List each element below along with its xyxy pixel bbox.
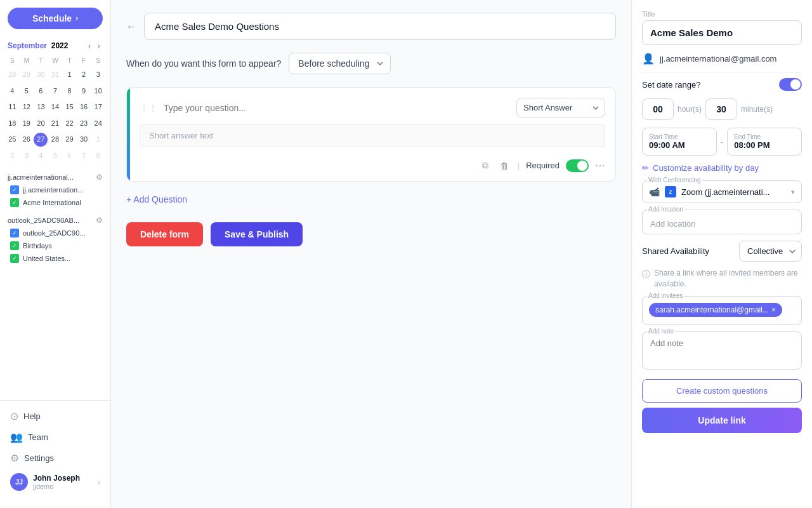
form-title-input[interactable] xyxy=(144,13,616,40)
cal-day[interactable]: 21 xyxy=(48,116,63,132)
cal-day[interactable]: 8 xyxy=(62,83,77,100)
customize-availability-link[interactable]: ✏ Customize availability by day xyxy=(642,163,802,173)
cal-day[interactable]: 30 xyxy=(34,67,48,83)
cal-day[interactable]: 1 xyxy=(62,67,77,83)
cal-day[interactable]: 30 xyxy=(77,131,91,148)
add-question-button[interactable]: + Add Question xyxy=(126,192,187,207)
required-toggle[interactable] xyxy=(566,159,589,172)
team-nav-item[interactable]: 👥 Team xyxy=(5,427,105,448)
cal-day[interactable]: 13 xyxy=(34,99,48,116)
calendar-prev-button[interactable]: ‹ xyxy=(86,39,94,52)
delete-form-button[interactable]: Delete form xyxy=(126,222,203,246)
user-chevron-icon: › xyxy=(98,478,100,486)
calendar-next-button[interactable]: › xyxy=(95,39,103,52)
rp-title-label: Title xyxy=(642,10,802,18)
cal-day[interactable]: 6 xyxy=(34,83,48,100)
cal-day-today[interactable]: 27 xyxy=(34,133,48,147)
cal-day[interactable]: 19 xyxy=(20,116,34,132)
rp-end-time-field[interactable]: End Time 08:00 PM xyxy=(727,128,802,156)
rp-note-textarea[interactable] xyxy=(642,331,802,370)
question-type-select[interactable]: Short Answer xyxy=(516,98,605,117)
cal-day[interactable]: 31 xyxy=(48,67,63,83)
cal-day[interactable]: 4 xyxy=(5,83,20,100)
rp-web-conf-box[interactable]: 📹 Z Zoom (jj.acmeinternati... ▾ xyxy=(642,180,802,203)
settings-label: Settings xyxy=(24,453,54,463)
cal-day[interactable]: 28 xyxy=(48,131,63,148)
calendar-grid: S M T W T F S 28 29 30 31 1 2 3 4 5 6 7 … xyxy=(0,56,110,164)
account-item-label: United States... xyxy=(23,255,70,262)
account-item-label: outlook_25ADC90... xyxy=(23,229,85,237)
delete-button[interactable]: 🗑 xyxy=(497,158,511,173)
main-content: ← When do you want this form to appear? … xyxy=(111,0,631,508)
create-custom-questions-button[interactable]: Create custom questions xyxy=(642,379,802,403)
cal-day[interactable]: 23 xyxy=(77,116,91,132)
cal-day[interactable]: 10 xyxy=(91,83,105,100)
cal-day[interactable]: 15 xyxy=(62,99,77,116)
rp-start-time-field[interactable]: Start Time 09:00 AM xyxy=(642,128,717,156)
save-publish-button[interactable]: Save & Publish xyxy=(211,222,303,246)
cal-day[interactable]: 9 xyxy=(77,83,91,100)
cal-day[interactable]: 24 xyxy=(91,116,105,132)
cal-day[interactable]: 2 xyxy=(5,148,20,164)
cal-day[interactable]: 16 xyxy=(77,99,91,116)
cal-day[interactable]: 14 xyxy=(48,99,63,116)
cal-day[interactable]: 29 xyxy=(20,67,34,83)
cal-day[interactable]: 29 xyxy=(62,131,77,148)
rp-shared-avail-row: Shared Availability Collective xyxy=(642,241,802,262)
user-profile[interactable]: JJ John Joseph jjdemo › xyxy=(5,469,105,495)
cal-day[interactable]: 17 xyxy=(91,99,105,116)
schedule-button[interactable]: Schedule › xyxy=(8,8,103,29)
add-question-label: + Add Question xyxy=(126,194,187,204)
more-options-button[interactable]: ⋯ xyxy=(595,159,605,171)
account-item-label: jj.acmeinternation... xyxy=(23,186,83,194)
cal-day[interactable]: 4 xyxy=(34,148,48,164)
cal-day[interactable]: 26 xyxy=(20,131,34,148)
account-group-2: outlook_25ADC90AB... ⚙ ✓ outlook_25ADC90… xyxy=(5,214,105,265)
cal-day[interactable]: 25 xyxy=(5,131,20,148)
cal-day[interactable]: 3 xyxy=(20,148,34,164)
rp-collective-select[interactable]: Collective xyxy=(739,241,802,262)
cal-day[interactable]: 18 xyxy=(5,116,20,132)
user-name: John Joseph xyxy=(33,474,93,483)
update-link-button[interactable]: Update link xyxy=(642,408,802,433)
rp-start-label: Start Time xyxy=(649,133,710,140)
cal-day[interactable]: 11 xyxy=(5,99,20,116)
account-settings-button-1[interactable]: ⚙ xyxy=(96,173,103,182)
help-nav-item[interactable]: ⊙ Help xyxy=(5,406,105,427)
cal-day[interactable]: 28 xyxy=(5,67,20,83)
date-range-toggle[interactable] xyxy=(779,78,802,91)
account-name-1: jj.acmeinternational... xyxy=(8,173,74,181)
cal-day[interactable]: 12 xyxy=(20,99,34,116)
rp-invitees-label: Add invitees xyxy=(647,292,684,299)
copy-button[interactable]: ⧉ xyxy=(480,157,491,173)
form-appear-select[interactable]: Before scheduling xyxy=(289,53,391,74)
rp-minutes-box[interactable]: 30 xyxy=(705,98,737,120)
rp-hours-box[interactable]: 00 xyxy=(642,98,674,120)
account-item-label: Acme International xyxy=(23,199,81,206)
cal-day[interactable]: 20 xyxy=(34,116,48,132)
cal-day[interactable]: 7 xyxy=(48,83,63,100)
cal-day[interactable]: 6 xyxy=(62,148,77,164)
account-settings-button-2[interactable]: ⚙ xyxy=(96,216,103,225)
rp-location-box[interactable]: Add location xyxy=(642,210,802,234)
settings-nav-item[interactable]: ⚙ Settings xyxy=(5,448,105,469)
calendar-day-names: S M T W T F S xyxy=(5,56,105,65)
cal-day[interactable]: 3 xyxy=(91,67,105,83)
rp-info-row: ⓘ Share a link where all invited members… xyxy=(642,268,802,290)
drag-handle-icon[interactable]: ⋮⋮ xyxy=(140,103,157,113)
cal-day[interactable]: 5 xyxy=(20,83,34,100)
question-input[interactable] xyxy=(164,103,510,113)
check-icon: ✓ xyxy=(10,254,19,263)
cal-day[interactable]: 2 xyxy=(77,67,91,83)
question-card: ⋮⋮ Short Answer Short answer text ⧉ 🗑 | … xyxy=(126,87,616,182)
back-button[interactable]: ← xyxy=(126,21,136,32)
cal-day[interactable]: 8 xyxy=(91,148,105,164)
cal-day[interactable]: 7 xyxy=(77,148,91,164)
cal-day[interactable]: 5 xyxy=(48,148,63,164)
cal-day[interactable]: 1 xyxy=(91,131,105,148)
invitee-chip-close[interactable]: × xyxy=(771,305,776,314)
cal-day[interactable]: 22 xyxy=(62,116,77,132)
rp-zoom-name: Zoom (jj.acmeinternati... xyxy=(681,187,786,197)
rp-invitees-box[interactable]: sarah.acmeinternational@gmail... × xyxy=(642,296,802,325)
account-group-1: jj.acmeinternational... ⚙ ✓ jj.acmeinter… xyxy=(5,171,105,209)
